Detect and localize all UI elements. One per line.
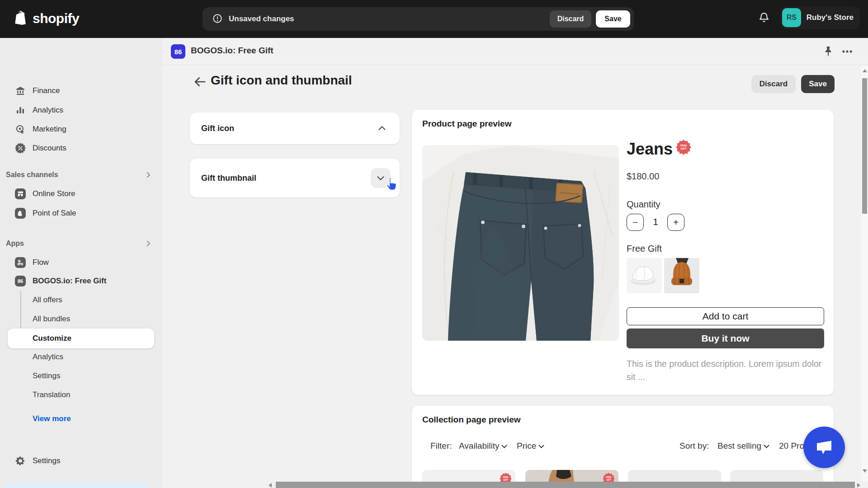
scroll-right-arrow[interactable] xyxy=(857,483,860,488)
topbar-discard-button[interactable]: Discard xyxy=(550,10,591,28)
scroll-left-arrow[interactable] xyxy=(269,483,272,488)
sort-by-label: Sort by: xyxy=(679,441,709,451)
product-preview-heading: Product page preview xyxy=(422,119,511,129)
bar-chart-icon xyxy=(15,105,26,116)
gift-thumbnail-orange-beanie[interactable] xyxy=(664,258,699,293)
horizontal-scrollbar[interactable] xyxy=(267,482,861,488)
chevron-down-icon xyxy=(764,442,769,448)
horizontal-scrollbar-thumb[interactable] xyxy=(276,482,855,488)
sort-dropdown[interactable]: Best selling xyxy=(717,441,769,451)
free-gift-label: Free Gift xyxy=(627,244,662,254)
sidebar-view-more-link[interactable]: View more xyxy=(0,409,162,428)
unsaved-changes-bar: Unsaved changes Discard Save xyxy=(203,7,634,31)
chevron-up-icon xyxy=(377,123,387,133)
sidebar-item-app-analytics[interactable]: Analytics xyxy=(0,347,162,366)
chevron-right-icon xyxy=(144,239,152,248)
target-icon xyxy=(15,124,26,135)
page-discard-button[interactable]: Discard xyxy=(751,75,796,93)
quantity-plus-button[interactable]: + xyxy=(667,214,684,231)
gift-thumbnail-panel[interactable]: Gift thumbnail xyxy=(190,159,400,197)
speech-bubble-icon xyxy=(814,438,834,456)
svg-text:FREE: FREE xyxy=(680,144,687,147)
sidebar-item-finance[interactable]: Finance xyxy=(0,81,162,100)
sidebar-item-bogos[interactable]: 86 BOGOS.io: Free Gift xyxy=(0,272,162,291)
sidebar-item-customize-active[interactable]: Customize xyxy=(8,328,154,348)
product-name: Jeans xyxy=(627,140,673,159)
sidebar-nav: Finance Analytics Marketing Discounts Sa… xyxy=(0,38,162,488)
discount-badge-icon xyxy=(15,143,26,154)
vertical-scrollbar-thumb[interactable] xyxy=(862,78,867,214)
topbar-save-button[interactable]: Save xyxy=(596,10,630,28)
sidebar-item-app-settings[interactable]: Settings xyxy=(0,366,162,385)
svg-text:GIFT: GIFT xyxy=(680,147,687,150)
sidebar-item-discounts[interactable]: Discounts xyxy=(0,139,162,158)
unsaved-changes-text: Unsaved changes xyxy=(229,14,294,23)
bogos-app-header-icon[interactable]: 86 xyxy=(171,44,185,59)
alert-icon xyxy=(212,13,223,25)
scroll-up-arrow[interactable] xyxy=(863,69,867,72)
collection-page-preview-card: Collection page preview Filter: Availabi… xyxy=(412,406,834,488)
back-arrow-icon[interactable] xyxy=(193,75,207,89)
top-bar: shopify Unsaved changes Discard Save RS … xyxy=(0,0,868,38)
chevron-down-icon xyxy=(538,442,544,448)
flow-app-icon xyxy=(15,257,26,268)
chevron-down-icon xyxy=(502,442,508,448)
global-nav-notice: Non-transferable Global Nav preview xyxy=(5,483,149,488)
free-gift-badge-icon: FREEGIFT xyxy=(676,140,691,155)
shopify-logo[interactable]: shopify xyxy=(14,10,79,27)
main-content: 86 BOGOS.io: Free Gift Gift icon and thu… xyxy=(162,38,868,488)
gift-thumbnail-white-cap[interactable] xyxy=(627,258,662,293)
buy-it-now-button[interactable]: Buy it now xyxy=(627,328,824,348)
vertical-scrollbar[interactable] xyxy=(861,66,868,482)
sidebar-item-translation[interactable]: Translation xyxy=(0,385,162,404)
chevron-right-icon xyxy=(144,171,152,179)
sidebar-item-settings[interactable]: Settings xyxy=(0,451,162,470)
product-image-jeans xyxy=(422,145,619,341)
shopify-admin: shopify Unsaved changes Discard Save RS … xyxy=(0,0,868,488)
store-name: Ruby's Store xyxy=(807,13,854,22)
store-menu[interactable]: RS Ruby's Store xyxy=(780,6,860,29)
chevron-down-icon xyxy=(376,173,386,183)
add-to-cart-button[interactable]: Add to cart xyxy=(627,307,824,325)
collection-preview-heading: Collection page preview xyxy=(422,415,521,425)
filter-availability-dropdown[interactable]: Availability xyxy=(459,441,506,451)
sidebar-item-online-store[interactable]: Online Store xyxy=(0,184,162,203)
shopify-pos-icon xyxy=(15,208,26,219)
product-page-preview-card: Product page preview xyxy=(412,110,834,395)
shopify-wordmark: shopify xyxy=(33,11,79,26)
svg-text:GIFT: GIFT xyxy=(606,479,611,481)
store-avatar: RS xyxy=(782,8,801,27)
gear-icon xyxy=(15,455,26,466)
page-title: Gift icon and thumbnail xyxy=(211,73,352,88)
sidebar-item-point-of-sale[interactable]: Point of Sale xyxy=(0,204,162,223)
chat-widget-button[interactable] xyxy=(803,427,845,468)
pin-icon[interactable] xyxy=(822,45,835,58)
more-options-icon[interactable] xyxy=(841,45,854,58)
sidebar-item-marketing[interactable]: Marketing xyxy=(0,120,162,139)
svg-text:FREE: FREE xyxy=(503,476,508,479)
svg-text:FREE: FREE xyxy=(606,476,611,479)
shopify-bag-icon xyxy=(14,10,29,27)
quantity-label: Quantity xyxy=(627,199,660,210)
notifications-bell-icon[interactable] xyxy=(758,11,770,24)
app-header-title: BOGOS.io: Free Gift xyxy=(191,46,274,56)
quantity-value: 1 xyxy=(649,216,662,227)
product-price: $180.00 xyxy=(627,171,659,182)
sidebar-section-apps[interactable]: Apps xyxy=(0,234,162,253)
product-description: This is the product description. Lorem i… xyxy=(627,357,831,384)
bank-icon xyxy=(15,85,26,96)
filter-label: Filter: xyxy=(430,441,452,451)
filter-price-dropdown[interactable]: Price xyxy=(517,441,543,451)
expand-thumbnail-button[interactable] xyxy=(371,168,391,188)
bogos-app-icon: 86 xyxy=(15,276,26,286)
sidebar-section-sales-channels[interactable]: Sales channels xyxy=(0,165,162,184)
storefront-icon xyxy=(15,188,26,199)
quantity-minus-button[interactable]: − xyxy=(627,214,644,231)
svg-text:GIFT: GIFT xyxy=(503,479,508,481)
scroll-down-arrow[interactable] xyxy=(863,469,867,473)
gift-icon-panel[interactable]: Gift icon xyxy=(190,113,400,144)
app-header-bar: 86 BOGOS.io: Free Gift xyxy=(162,38,868,65)
sidebar-item-analytics[interactable]: Analytics xyxy=(0,101,162,120)
page-save-button[interactable]: Save xyxy=(801,75,835,93)
sidebar-item-flow[interactable]: Flow xyxy=(0,253,162,272)
